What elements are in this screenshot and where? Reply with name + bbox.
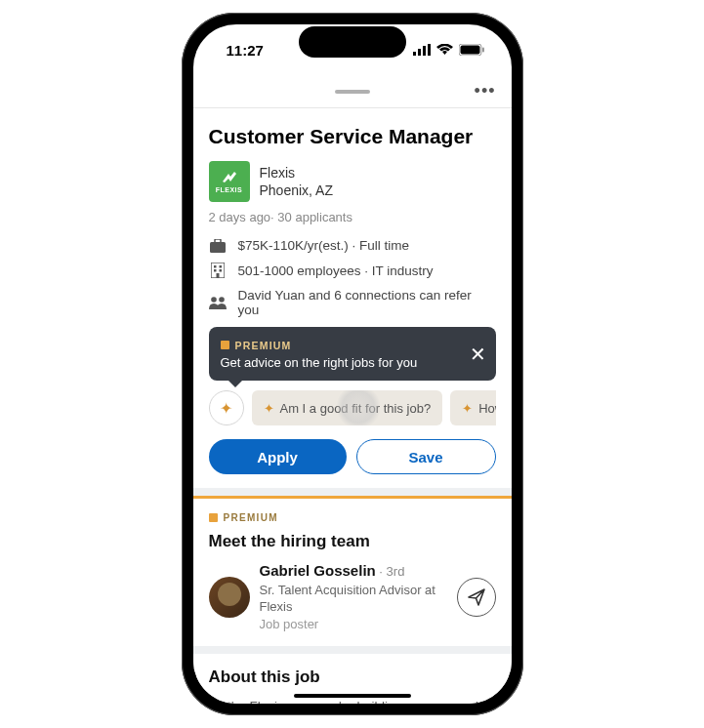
connections-row: David Yuan and 6 connections can refer y… <box>209 288 496 317</box>
company-size-row: 501-1000 employees · IT industry <box>209 263 496 278</box>
phone-frame: 11:27 ••• Customer Service Manager FLEXI… <box>182 13 523 715</box>
building-icon <box>209 263 227 278</box>
wifi-icon <box>436 44 453 56</box>
svg-point-16 <box>219 297 225 303</box>
people-icon <box>209 296 227 309</box>
drag-handle[interactable] <box>335 90 370 94</box>
company-row: FLEXIS Flexis Phoenix, AZ <box>209 161 496 202</box>
home-indicator[interactable] <box>294 694 411 698</box>
section-divider <box>193 646 512 654</box>
about-body: As the Flexis crew, we're building an ap… <box>209 697 496 704</box>
company-name[interactable]: Flexis <box>260 164 334 182</box>
apply-button[interactable]: Apply <box>209 439 347 474</box>
section-divider <box>193 488 512 496</box>
svg-rect-14 <box>216 273 219 278</box>
hirer-name[interactable]: Gabriel Gosselin <box>260 562 376 579</box>
tooltip-text: Get advice on the right jobs for you <box>221 354 461 372</box>
logo-text: FLEXIS <box>216 186 243 193</box>
premium-label: PREMIUM <box>224 512 278 523</box>
suggestion-chip-fit[interactable]: ✦ Am I a good fit for this job? <box>252 390 443 425</box>
svg-rect-13 <box>219 269 222 272</box>
screen: 11:27 ••• Customer Service Manager FLEXI… <box>193 24 512 704</box>
job-title: Customer Service Manager <box>209 124 496 149</box>
chip-label: How can I b <box>478 401 495 416</box>
avatar[interactable] <box>209 577 250 618</box>
premium-tooltip: PREMIUM Get advice on the right jobs for… <box>209 327 496 381</box>
salary-text: $75K-110K/yr(est.) · Full time <box>238 238 410 253</box>
posting-meta: 2 days ago· 30 applicants <box>209 210 496 224</box>
svg-rect-1 <box>418 49 421 56</box>
more-menu-icon[interactable]: ••• <box>475 81 496 101</box>
premium-icon <box>221 341 229 349</box>
close-icon[interactable]: ✕ <box>470 341 486 367</box>
cellular-icon <box>413 44 431 56</box>
svg-rect-12 <box>214 269 217 272</box>
connection-degree: · 3rd <box>379 564 404 579</box>
svg-rect-10 <box>214 265 217 268</box>
send-message-button[interactable] <box>457 578 496 617</box>
svg-rect-6 <box>482 48 484 53</box>
premium-label: PREMIUM <box>235 339 292 352</box>
svg-rect-11 <box>219 265 222 268</box>
suggestion-chips[interactable]: ✦ ✦ Am I a good fit for this job? ✦ How … <box>209 390 496 425</box>
action-buttons: Apply Save <box>209 439 496 474</box>
hirer-row[interactable]: Gabriel Gosselin · 3rd Sr. Talent Acquis… <box>209 561 496 632</box>
logo-mark-icon <box>221 171 238 184</box>
svg-rect-3 <box>428 44 431 56</box>
ai-sparkle-button[interactable]: ✦ <box>209 390 244 425</box>
save-button[interactable]: Save <box>356 439 496 474</box>
connections-text: David Yuan and 6 connections can refer y… <box>238 288 496 317</box>
svg-rect-0 <box>413 52 416 56</box>
applicant-count: 30 applicants <box>277 210 352 224</box>
company-location: Phoenix, AZ <box>260 182 334 199</box>
hiring-team-section: PREMIUM Meet the hiring team Gabriel Gos… <box>209 499 496 632</box>
company-info: Flexis Phoenix, AZ <box>260 164 334 199</box>
paper-plane-icon <box>468 588 485 606</box>
content-area: Customer Service Manager FLEXIS Flexis P… <box>193 108 512 704</box>
sparkle-icon: ✦ <box>462 401 473 416</box>
svg-rect-5 <box>460 46 479 55</box>
status-icons <box>413 44 484 56</box>
svg-point-15 <box>211 297 217 303</box>
chip-label: Am I a good fit for this job? <box>280 401 432 416</box>
sheet-header: ••• <box>193 75 512 108</box>
hirer-tag: Job poster <box>260 616 447 633</box>
about-heading: About this job <box>209 667 496 687</box>
salary-row: $75K-110K/yr(est.) · Full time <box>209 238 496 253</box>
briefcase-icon <box>209 239 227 253</box>
suggestion-chip-how[interactable]: ✦ How can I b <box>450 390 495 425</box>
size-text: 501-1000 employees · IT industry <box>238 263 434 278</box>
premium-badge: PREMIUM <box>209 512 278 523</box>
hirer-info: Gabriel Gosselin · 3rd Sr. Talent Acquis… <box>260 561 447 632</box>
battery-icon <box>459 44 484 56</box>
sparkle-icon: ✦ <box>220 399 232 418</box>
hirer-role: Sr. Talent Acquisition Advisor at Flexis <box>260 582 447 616</box>
posted-time: 2 days ago <box>209 210 271 224</box>
svg-rect-8 <box>215 239 221 243</box>
premium-icon <box>209 513 218 522</box>
bottom-sheet: ••• Customer Service Manager FLEXIS Flex… <box>193 75 512 704</box>
sparkle-icon: ✦ <box>264 401 274 416</box>
hiring-heading: Meet the hiring team <box>209 532 496 551</box>
clock: 11:27 <box>227 42 264 59</box>
dynamic-island <box>299 26 406 58</box>
svg-rect-2 <box>423 46 426 56</box>
company-logo[interactable]: FLEXIS <box>209 161 250 202</box>
premium-badge: PREMIUM <box>221 339 292 352</box>
